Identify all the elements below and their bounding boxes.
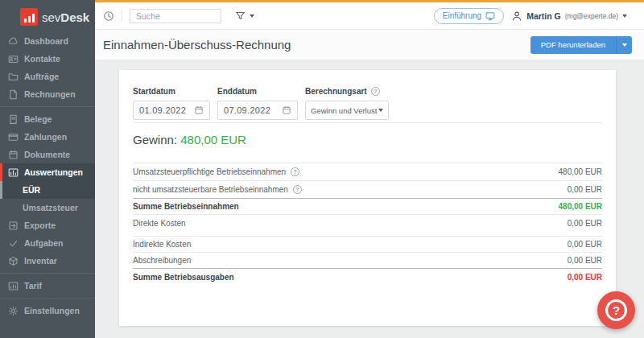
receipts-icon [8, 114, 19, 125]
pdf-download-label[interactable]: PDF herunterladen [530, 36, 616, 54]
sidebar-item-dashboard[interactable]: Dashboard [0, 32, 95, 50]
row-label-text: Direkte Kosten [133, 219, 186, 228]
sidebar-item-umsatzsteuer[interactable]: Umsatzsteuer [0, 199, 95, 216]
sidebar-item-label: Kontakte [24, 54, 60, 64]
sidebar-item-dokumente[interactable]: Dokumente [0, 146, 95, 163]
filter-caret-icon [250, 14, 254, 18]
history-clock-icon[interactable] [103, 10, 114, 22]
start-date-field: Startdatum 01.09.2022 [133, 86, 210, 120]
user-name: Martin G [526, 11, 561, 21]
inventory-icon [8, 256, 19, 266]
user-email: (mg@experte.de) [565, 12, 618, 20]
row-value: 0,00 EUR [568, 256, 602, 265]
pdf-caret-icon [622, 43, 627, 47]
user-caret-icon [622, 14, 627, 18]
sidebar-item-label: Dashboard [24, 36, 68, 46]
row-label-text: nicht umsatzsteuerbare Betriebseinnahmen [133, 185, 288, 194]
pdf-dropdown-toggle[interactable] [616, 36, 632, 54]
row-label: Direkte Kosten [133, 219, 186, 228]
page-title: Einnahmen-Überschuss-Rechnung [103, 38, 291, 52]
sidebar-item-einstellungen[interactable]: Einstellungen [0, 302, 95, 319]
page-header: Einnahmen-Überschuss-Rechnung PDF herunt… [95, 30, 644, 60]
invoices-icon [8, 89, 19, 100]
sidebar-item-zahlungen[interactable]: Zahlungen [0, 128, 95, 146]
sidebar-item-label: Dokumente [24, 150, 70, 159]
content-area: Startdatum 01.09.2022 Enddatum 07.09.202… [95, 60, 644, 338]
profit-label: Gewinn: [133, 133, 177, 146]
end-date-label: Enddatum [217, 86, 298, 96]
sidebar-item-e-r[interactable]: EÜR [0, 181, 95, 199]
sevdesk-logo-icon [20, 8, 38, 26]
sidebar-item-aufgaben[interactable]: Aufgaben [0, 234, 95, 252]
profit-summary: Gewinn: 480,00 EUR [133, 133, 602, 146]
table-row: Summe Betriebsausgaben0,00 EUR [133, 269, 602, 285]
sidebar-item-label: Zahlungen [24, 132, 67, 142]
row-label: Summe Betriebsausgaben [133, 273, 234, 282]
sidebar-item-label: Exporte [24, 221, 56, 230]
calc-type-select[interactable]: Gewinn und Verlust [305, 101, 389, 120]
start-date-input[interactable]: 01.09.2022 [133, 101, 210, 120]
pdf-download-button[interactable]: PDF herunterladen [530, 36, 632, 54]
sidebar: sevDesk DashboardKontakteAufträgeRechnun… [0, 0, 95, 338]
row-label-text: Summe Betriebseinnahmen [133, 202, 239, 211]
reports-icon [8, 167, 19, 178]
sidebar-item-kontakte[interactable]: Kontakte [0, 50, 95, 68]
sidebar-item-belege[interactable]: Belege [0, 110, 95, 128]
calc-type-label: Berechnungsart? [305, 86, 389, 96]
help-circle-icon[interactable]: ? [291, 167, 299, 176]
row-label: Abschreibungen [133, 256, 191, 265]
calc-type-field: Berechnungsart? Gewinn und Verlust [305, 86, 389, 120]
filter-funnel-icon [235, 10, 246, 21]
user-menu[interactable]: Martin G (mg@experte.de) [511, 10, 627, 22]
filter-button[interactable] [235, 10, 254, 21]
sidebar-item-auftr-ge[interactable]: Aufträge [0, 68, 95, 85]
logo[interactable]: sevDesk [0, 0, 95, 30]
sidebar-item-rechnungen[interactable]: Rechnungen [0, 85, 95, 103]
user-icon [511, 10, 522, 22]
eur-table: Umsatzsteuerpflichtige Betriebseinnahmen… [133, 163, 602, 285]
topbar-divider [122, 10, 122, 22]
row-value: 0,00 EUR [568, 240, 602, 249]
tariff-icon [8, 281, 19, 291]
settings-icon [8, 306, 19, 316]
table-row: nicht umsatzsteuerbare Betriebseinnahmen… [133, 181, 602, 199]
payments-icon [8, 132, 19, 142]
intro-button[interactable]: Einführung [434, 8, 504, 24]
table-row: Direkte Kosten0,00 EUR [133, 215, 602, 237]
row-label-text: Indirekte Kosten [133, 240, 191, 249]
table-row: Indirekte Kosten0,00 EUR [133, 237, 602, 253]
help-circle-icon[interactable]: ? [371, 87, 380, 96]
help-circle-icon[interactable]: ? [293, 185, 302, 194]
sidebar-item-label: Einstellungen [24, 306, 80, 315]
profit-value: 480,00 EUR [180, 133, 246, 146]
help-fab-button[interactable]: ? [597, 291, 635, 329]
sidebar-item-label: Belege [24, 114, 52, 124]
row-label-text: Umsatzsteuerpflichtige Betriebseinnahmen [133, 167, 286, 176]
calendar-icon [282, 105, 291, 115]
sidebar-item-tarif[interactable]: Tarif [0, 277, 95, 295]
sidebar-item-auswertungen[interactable]: Auswertungen [0, 163, 95, 181]
sidebar-item-label: Auswertungen [24, 167, 83, 177]
documents-icon [8, 150, 19, 160]
end-date-field: Enddatum 07.09.2022 [217, 86, 298, 120]
topbar: Einführung Martin G (mg@experte.de) [95, 2, 644, 30]
select-caret-icon [378, 109, 383, 112]
sidebar-item-inventar[interactable]: Inventar [0, 252, 95, 270]
search-input[interactable] [130, 9, 221, 23]
sidebar-item-label: Aufgaben [24, 238, 63, 248]
row-value: 480,00 EUR [559, 202, 602, 211]
row-value: 0,00 EUR [568, 219, 602, 228]
end-date-value: 07.09.2022 [224, 105, 270, 115]
dashboard-icon [8, 36, 19, 47]
row-label: Indirekte Kosten [133, 240, 191, 249]
end-date-input[interactable]: 07.09.2022 [217, 101, 298, 120]
question-mark-icon: ? [605, 299, 627, 321]
sidebar-item-label: Inventar [24, 256, 57, 266]
row-label: Summe Betriebseinnahmen [133, 202, 239, 211]
contacts-icon [8, 54, 19, 64]
sidebar-item-label: Tarif [24, 281, 42, 291]
sidebar-item-exporte[interactable]: Exporte [0, 216, 95, 234]
logo-text: sevDesk [42, 10, 89, 24]
table-row: Abschreibungen0,00 EUR [133, 253, 602, 269]
row-value: 0,00 EUR [568, 185, 602, 194]
